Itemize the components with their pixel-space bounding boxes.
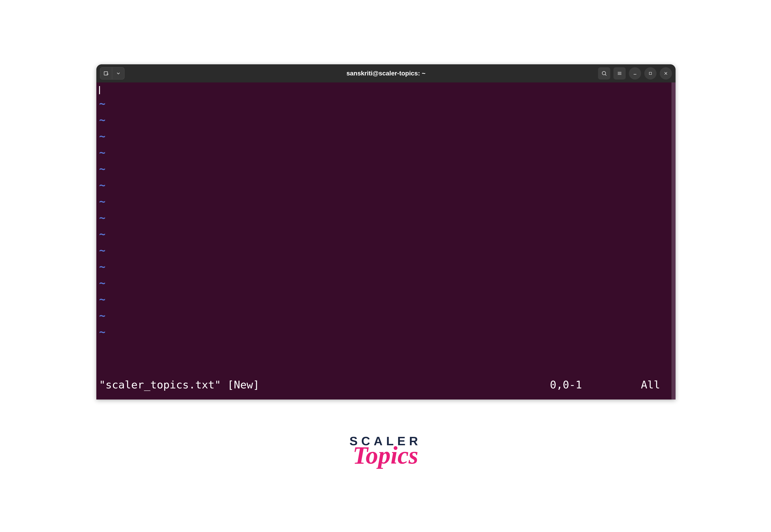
logo-text-topics: Topics — [349, 445, 421, 465]
status-cursor-position: 0,0-1 — [550, 377, 582, 393]
editor-line-cursor — [99, 84, 672, 96]
svg-point-3 — [602, 71, 606, 75]
empty-line-tilde: ~ — [99, 259, 672, 275]
empty-line-tilde: ~ — [99, 161, 672, 177]
scrollbar[interactable] — [672, 82, 676, 400]
close-button[interactable] — [660, 67, 672, 79]
terminal-window: sanskriti@scaler-topics: ~ — [96, 64, 676, 400]
empty-line-tilde: ~ — [99, 177, 672, 193]
menu-button[interactable] — [614, 67, 626, 79]
window-titlebar: sanskriti@scaler-topics: ~ — [96, 64, 676, 82]
minimize-button[interactable] — [629, 67, 641, 79]
editor-content[interactable]: ~~~~~~~~~~~~~~~ "scaler_topics.txt" [New… — [96, 82, 672, 400]
empty-line-tilde: ~ — [99, 291, 672, 308]
empty-line-tilde: ~ — [99, 112, 672, 128]
terminal-body[interactable]: ~~~~~~~~~~~~~~~ "scaler_topics.txt" [New… — [96, 82, 676, 400]
empty-line-tilde: ~ — [99, 210, 672, 226]
svg-rect-0 — [104, 72, 107, 75]
empty-line-tilde: ~ — [99, 324, 672, 340]
vim-status-line: "scaler_topics.txt" [New] 0,0-1 All — [99, 377, 672, 400]
svg-line-4 — [605, 74, 606, 75]
status-scroll-percent: All — [641, 377, 660, 393]
empty-line-tilde: ~ — [99, 128, 672, 144]
titlebar-right-controls — [598, 67, 672, 79]
titlebar-left-controls — [100, 67, 124, 79]
cursor-icon — [99, 86, 100, 94]
empty-line-tilde: ~ — [99, 275, 672, 291]
search-button[interactable] — [598, 67, 610, 79]
empty-line-tilde: ~ — [99, 242, 672, 259]
new-tab-button[interactable] — [100, 67, 112, 79]
maximize-button[interactable] — [644, 67, 657, 79]
tab-dropdown-button[interactable] — [112, 67, 124, 79]
empty-line-tilde: ~ — [99, 226, 672, 242]
empty-line-tilde: ~ — [99, 96, 672, 112]
svg-rect-9 — [649, 72, 652, 75]
window-title: sanskriti@scaler-topics: ~ — [346, 70, 425, 77]
empty-line-tilde: ~ — [99, 144, 672, 161]
empty-line-tilde: ~ — [99, 308, 672, 324]
status-filename: "scaler_topics.txt" [New] — [99, 377, 259, 393]
empty-line-tilde: ~ — [99, 193, 672, 210]
brand-logo: SCALER Topics — [349, 435, 421, 465]
